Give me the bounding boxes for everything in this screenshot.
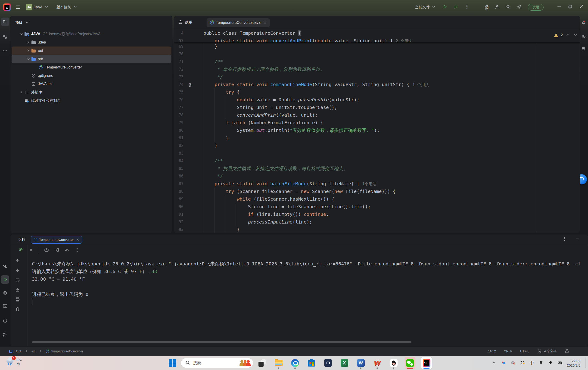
run-button[interactable] (442, 4, 447, 10)
tree-item-idea[interactable]: .idea (11, 38, 171, 46)
close-run-tab-icon[interactable]: ✕ (76, 238, 79, 242)
taskbar-app-task-view[interactable] (257, 357, 267, 369)
taskbar-search-input[interactable]: 搜索 (181, 358, 253, 368)
start-button[interactable] (168, 359, 177, 367)
code-line-90[interactable]: 90 String line = fileScanner.nextLine().… (174, 203, 580, 211)
print-icon[interactable] (15, 297, 20, 303)
code-line-72[interactable]: 72 * 命令行参数模式：两个参数，分别为数值和单位。 (174, 65, 580, 73)
code-line-57[interactable]: 57 private static void convertAndPrint(d… (174, 37, 580, 42)
wps-cloud-icon[interactable] (501, 360, 506, 366)
taskbar-app-wechat[interactable] (405, 357, 415, 369)
debug-button[interactable] (453, 4, 458, 10)
code-line-89[interactable]: 89 while (fileScanner.hasNextLine()) { (174, 195, 580, 203)
stop-button[interactable] (29, 247, 33, 253)
chevron-down-icon[interactable] (19, 32, 24, 37)
volume-icon[interactable] (548, 360, 553, 366)
settings-button[interactable] (517, 4, 522, 10)
console-more-button[interactable] (74, 247, 80, 253)
run-panel-options-icon[interactable] (562, 236, 567, 242)
run-tab-temperatureconverter[interactable]: TemperatureConverter ✕ (31, 236, 82, 244)
chevron-right-icon[interactable] (26, 48, 31, 53)
battery-icon[interactable] (557, 360, 563, 366)
search-everywhere-button[interactable] (506, 4, 511, 10)
weather-widget[interactable]: 1 9°C 雨 (6, 357, 22, 366)
tray-expand-icon[interactable] (492, 360, 497, 366)
lock-open-icon[interactable] (564, 349, 569, 354)
build-tool-button[interactable] (1, 262, 9, 271)
code-line-71[interactable]: 71 /** (174, 58, 580, 65)
close-tab-icon[interactable]: ✕ (263, 21, 267, 25)
code-line-80[interactable]: 80 System.out.println("无效的数值参数，请提供正确的数字。… (174, 127, 580, 134)
code-line-83[interactable]: 83 (174, 149, 580, 157)
chevron-right-icon[interactable] (19, 90, 24, 95)
breadcrumb-class[interactable]: C TemperatureConverter (45, 349, 83, 353)
ai-assistant-icon[interactable]: @ (485, 4, 489, 11)
chevron-down-icon[interactable] (26, 56, 31, 62)
restore-button[interactable] (568, 4, 573, 10)
code-line-93[interactable]: 93 } (174, 226, 580, 233)
taskbar-app-word[interactable]: W (356, 357, 366, 369)
console-horizontal-scrollbar[interactable] (32, 341, 411, 343)
main-menu-button[interactable] (15, 4, 22, 10)
wifi-icon[interactable] (538, 360, 544, 366)
code-line-82[interactable]: 82 } (174, 142, 580, 149)
code-line-73[interactable]: 73 */ (174, 73, 580, 81)
database-tool-icon[interactable] (580, 46, 587, 53)
trial-badge-button[interactable]: 试用 (528, 4, 544, 11)
next-problem-icon[interactable] (573, 32, 578, 38)
ime-indicator[interactable]: 中 (530, 360, 534, 366)
file-encoding[interactable]: UTF-8 (520, 349, 529, 353)
soft-wrap-icon[interactable] (15, 277, 20, 284)
terminal-tool-button[interactable] (1, 302, 9, 310)
code-line-75[interactable]: 75 try { (174, 88, 580, 96)
gutter-annotation-icon[interactable]: @ (189, 81, 191, 88)
tab-group-trial[interactable]: 试用 (178, 20, 192, 26)
more-tool-windows-button[interactable] (1, 47, 9, 55)
tree-item-javaiml[interactable]: JAVA.iml (11, 80, 171, 88)
code-line-76[interactable]: 76 double value = Double.parseDouble(val… (174, 96, 580, 104)
ai-assistant-tool-icon[interactable] (580, 33, 587, 40)
caret-position[interactable]: 116:2 (488, 349, 496, 353)
code-line-79[interactable]: 79 } catch (NumberFormatException e) { (174, 119, 580, 127)
code-line-4[interactable]: 4public class TemperatureConverter { (174, 29, 580, 37)
sync-icon[interactable] (520, 360, 525, 366)
screenshot-button[interactable] (44, 247, 49, 253)
taskbar-app-edge[interactable] (290, 357, 300, 369)
tree-item-out[interactable]: out (11, 46, 171, 55)
version-control-tool-button[interactable] (1, 330, 9, 339)
structure-tool-button[interactable] (1, 33, 9, 41)
code-line-92[interactable]: 92 processInputLine(line); (174, 218, 580, 226)
code-line-91[interactable]: 91 if (line.isEmpty()) continue; (174, 211, 580, 218)
up-stacktrace-icon[interactable] (15, 258, 20, 264)
scroll-to-end-icon[interactable] (15, 287, 20, 293)
run-configuration-selector[interactable]: 当前文件 (415, 4, 436, 10)
chevron-right-icon[interactable] (26, 40, 31, 45)
code-with-me-button[interactable] (494, 4, 500, 10)
taskbar-app-excel[interactable]: X (339, 357, 350, 369)
taskbar-app-microsoft-store[interactable] (306, 357, 317, 369)
taskbar-app-qq[interactable] (388, 357, 399, 369)
minimize-button[interactable] (556, 4, 562, 10)
cloud-error-icon[interactable] (511, 360, 516, 366)
code-line-77[interactable]: 77 String unit = unitStr.toUpperCase(); (174, 104, 580, 111)
tree-item-[interactable]: 外部库 (11, 88, 171, 96)
vcs-widget[interactable]: 版本控制 (56, 4, 78, 10)
breadcrumb-module[interactable]: JAVA (9, 349, 21, 353)
code-line-88[interactable]: 88 try (Scanner fileScanner = new Scanne… (174, 188, 580, 195)
code-area[interactable]: 69 }7071 /**72 * 命令行参数模式：两个参数，分别为数值和单位。7… (174, 42, 580, 233)
code-line-86[interactable]: 86 */ (174, 172, 580, 180)
tree-item-gitignore[interactable]: .gitignore (11, 72, 171, 80)
run-tool-button[interactable] (1, 275, 9, 284)
down-stacktrace-icon[interactable] (15, 268, 20, 274)
code-line-84[interactable]: 84 /** (174, 157, 580, 165)
tree-item-[interactable]: 临时文件和控制台 (11, 96, 171, 105)
clear-console-icon[interactable] (15, 307, 20, 313)
taskbar-app-intellij-idea[interactable]: IJ (421, 357, 432, 369)
clock-widget[interactable]: 22:02 2026/3/8 (567, 359, 580, 368)
taskbar-app-file-explorer[interactable] (273, 357, 284, 369)
taskbar-app-security-app[interactable] (323, 357, 333, 369)
rerun-button[interactable] (18, 247, 23, 253)
code-line-78[interactable]: 78 convertAndPrint(value, unit); (174, 111, 580, 119)
code-line-74[interactable]: 74@ private static void commandLineMode(… (174, 81, 580, 88)
import-thread-dump-button[interactable] (54, 247, 59, 253)
